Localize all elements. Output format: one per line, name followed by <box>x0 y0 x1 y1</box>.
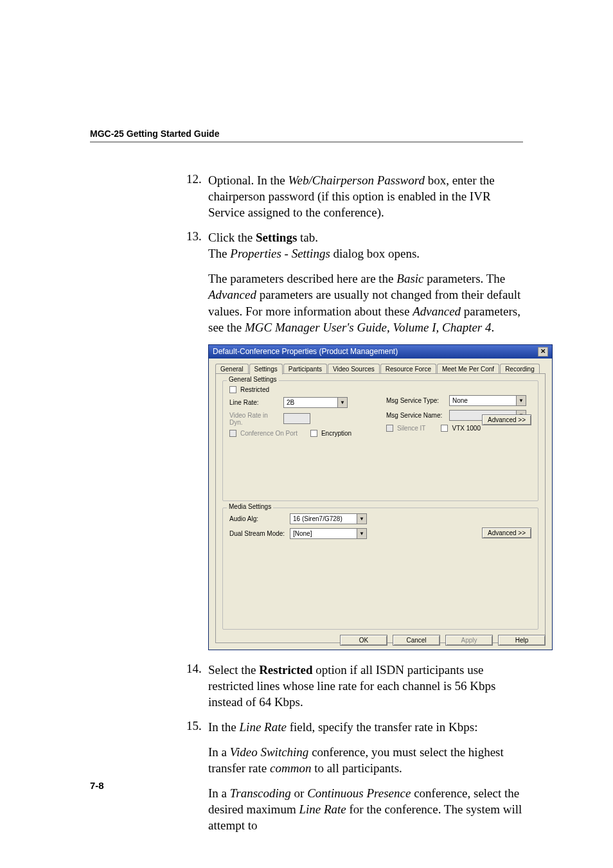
tab-video-sources[interactable]: Video Sources <box>328 364 380 374</box>
step-14-text: Select the Restricted option if all ISDN… <box>208 662 523 710</box>
ti: Line Rate <box>240 720 287 734</box>
p1c: to all participants. <box>311 761 402 775</box>
l2b: dialog box opens. <box>330 247 420 260</box>
t: Optional. In the <box>208 173 289 187</box>
p2i3: Line Rate <box>299 802 346 816</box>
tab-panel: General Settings Restricted Line Rate: <box>215 373 546 643</box>
step-12-text: Optional. In the Web/Chairperson Passwor… <box>208 172 523 220</box>
p2a: In a <box>208 786 230 800</box>
p1i: Video Switching <box>230 745 309 759</box>
p2i2: Advanced <box>208 288 256 301</box>
step-12: 12. Optional. In the Web/Chairperson Pas… <box>186 172 523 220</box>
tab-recording[interactable]: Recording <box>500 364 540 374</box>
apply-button: Apply <box>445 635 493 646</box>
video-rate-label: Video Rate in Dyn. <box>229 412 280 426</box>
p1a: In a <box>208 745 230 759</box>
t-i: Web/Chairperson Password <box>289 173 425 187</box>
dialog-title: Default-Conference Properties (Product M… <box>213 347 398 356</box>
dialog-titlebar: Default-Conference Properties (Product M… <box>209 345 552 359</box>
l2i: Properties - Settings <box>230 247 330 260</box>
p2b: parameters. The <box>424 272 506 285</box>
p2i2: Continuous Presence <box>307 786 411 800</box>
dialog-wrap: Default-Conference Properties (Product M… <box>208 344 523 650</box>
audio-alg-dropdown[interactable]: 16 (Siren7/G728) ▼ <box>290 513 367 524</box>
advanced-button-media[interactable]: Advanced >> <box>482 527 531 538</box>
msg-type-label: Msg Service Type: <box>386 397 445 404</box>
msg-name-label: Msg Service Name: <box>386 412 445 419</box>
p2a: The parameters described here are the <box>208 272 396 285</box>
encryption-checkbox[interactable] <box>310 430 317 437</box>
silence-it-label: Silence IT <box>397 425 425 432</box>
line-rate-value: 2B <box>284 399 337 406</box>
audio-alg-label: Audio Alg: <box>229 515 286 522</box>
dialog-tabs: General Settings Participants Video Sour… <box>215 364 546 374</box>
t: In the <box>208 720 240 734</box>
dialog-button-row: OK Cancel Apply Help <box>340 635 546 646</box>
conf-on-port-label: Conference On Port <box>240 430 298 437</box>
general-settings-fieldset: General Settings Restricted Line Rate: <box>222 380 538 501</box>
tab-general[interactable]: General <box>215 364 249 374</box>
step-13-num: 13. <box>186 229 208 261</box>
p2i1: Basic <box>396 272 423 285</box>
running-head: MGC-25 Getting Started Guide <box>90 128 523 143</box>
vtx1000-label: VTX 1000 <box>452 425 480 432</box>
tab-settings[interactable]: Settings <box>249 364 283 375</box>
properties-dialog: Default-Conference Properties (Product M… <box>208 344 553 650</box>
dual-stream-dropdown[interactable]: [None] ▼ <box>290 528 367 539</box>
line-rate-dropdown[interactable]: 2B ▼ <box>283 397 348 408</box>
media-settings-legend: Media Settings <box>227 503 273 510</box>
page-number: 7-8 <box>90 780 104 791</box>
step-14-num: 14. <box>186 662 208 710</box>
ok-button[interactable]: OK <box>340 635 387 646</box>
tab-resource-force[interactable]: Resource Force <box>380 364 436 374</box>
encryption-label: Encryption <box>321 430 351 437</box>
step-15-num: 15. <box>186 719 208 735</box>
silence-it-checkbox <box>386 425 393 432</box>
restricted-checkbox[interactable] <box>229 386 236 393</box>
step-15: 15. In the Line Rate field, specify the … <box>186 719 523 735</box>
p2i4: MGC Manager User's Guide, Volume I, Chap… <box>245 321 492 334</box>
video-rate-field <box>283 413 310 424</box>
t: Select the <box>208 663 259 677</box>
p2e: . <box>491 321 494 334</box>
conf-on-port-checkbox <box>229 430 236 437</box>
tb: Restricted <box>259 663 312 677</box>
step-15-p2: In a Transcoding or Continuous Presence … <box>208 785 523 833</box>
dialog-body: General Settings Participants Video Sour… <box>209 359 552 650</box>
dual-stream-value: [None] <box>290 530 357 537</box>
step-15-text: In the Line Rate field, specify the tran… <box>208 719 523 735</box>
cancel-button[interactable]: Cancel <box>393 635 440 646</box>
line-rate-label: Line Rate: <box>229 399 280 406</box>
p2b: or <box>291 786 307 800</box>
step-14: 14. Select the Restricted option if all … <box>186 662 523 710</box>
step-12-num: 12. <box>186 172 208 220</box>
chevron-down-icon[interactable]: ▼ <box>357 529 366 538</box>
t2: tab. <box>297 231 318 244</box>
p1i2: common <box>270 761 311 775</box>
step-13-para2: The parameters described here are the Ba… <box>208 270 523 335</box>
l2a: The <box>208 247 230 260</box>
chevron-down-icon[interactable]: ▼ <box>337 398 347 407</box>
step-13: 13. Click the Settings tab. The Properti… <box>186 229 523 261</box>
advanced-button-general[interactable]: Advanced >> <box>482 414 531 425</box>
step-13-text: Click the Settings tab. The Properties -… <box>208 229 523 261</box>
t-b: Settings <box>256 231 297 244</box>
help-button[interactable]: Help <box>498 635 546 646</box>
p2i1: Transcoding <box>230 786 291 800</box>
msg-type-value: None <box>450 397 516 404</box>
media-settings-fieldset: Media Settings Audio Alg: 16 (Siren7/G72… <box>222 508 538 630</box>
tb: field, specify the transfer rate in Kbps… <box>287 720 478 734</box>
tab-meet-me[interactable]: Meet Me Per Conf <box>437 364 499 374</box>
tab-participants[interactable]: Participants <box>283 364 327 374</box>
restricted-label: Restricted <box>240 386 269 393</box>
msg-type-dropdown[interactable]: None ▼ <box>449 395 526 406</box>
vtx1000-checkbox[interactable] <box>441 425 448 432</box>
chevron-down-icon[interactable]: ▼ <box>357 514 366 524</box>
audio-alg-value: 16 (Siren7/G728) <box>290 515 357 522</box>
p2i3: Advanced <box>413 305 461 318</box>
dual-stream-label: Dual Stream Mode: <box>229 530 286 537</box>
general-settings-legend: General Settings <box>227 376 279 383</box>
close-icon[interactable]: ✕ <box>538 347 548 357</box>
t: Click the <box>208 231 256 244</box>
chevron-down-icon[interactable]: ▼ <box>516 396 526 405</box>
